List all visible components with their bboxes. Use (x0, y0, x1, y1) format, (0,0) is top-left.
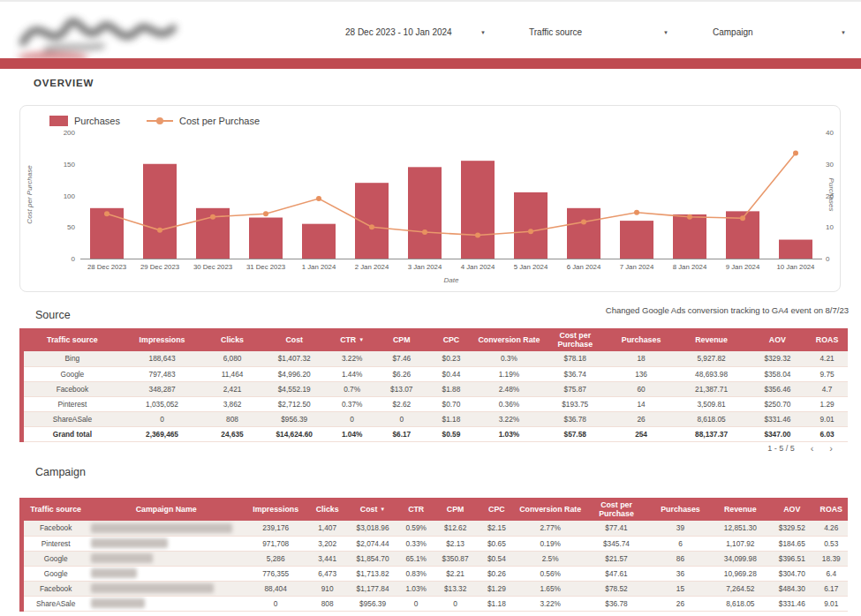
legend-item-purchases[interactable]: Purchases (49, 116, 120, 126)
table-row[interactable]: Facebook88,404910$1,177.841.03%$13.32$1.… (22, 581, 849, 596)
table-row[interactable]: Facebook348,2872,421$4,552.190.7%$13.07$… (22, 381, 849, 396)
column-header[interactable]: CTR▼ (328, 328, 377, 351)
cell: 3.22% (328, 351, 377, 366)
line-point[interactable] (316, 196, 321, 201)
cell: $350.87 (434, 551, 476, 566)
cell: 18 (608, 351, 675, 366)
table-row[interactable]: Bing188,6436,080$1,407.323.22%$7.46$0.23… (22, 351, 849, 366)
campaign-filter[interactable]: Campaign (713, 27, 753, 37)
table-row[interactable]: Facebook239,1761,407$3,018.960.59%$12.62… (22, 521, 849, 536)
table-row[interactable]: Google776,3556,473$1,713.820.83%$2.21$0.… (22, 566, 849, 581)
date-range-dropdown-icon[interactable]: ▼ (480, 30, 486, 35)
bar-purchases[interactable] (143, 164, 177, 259)
campaign-dropdown-icon[interactable]: ▼ (841, 30, 846, 35)
cell: 808 (306, 596, 348, 611)
column-header[interactable]: Conversion Rate (517, 498, 584, 521)
table-row[interactable]: Pinterest971,7083,202$2,074.440.33%$2.13… (22, 536, 849, 551)
grand-total-row[interactable]: Grand total2,369,46524,635$14,624.601.04… (22, 426, 849, 441)
cell: $2.21 (434, 566, 476, 581)
chart-plot-area[interactable] (80, 132, 822, 259)
bar-purchases[interactable] (302, 224, 336, 259)
line-point[interactable] (687, 214, 692, 220)
column-header[interactable]: Cost (261, 328, 328, 351)
cell: 0.59% (397, 521, 434, 536)
table-row[interactable]: ShareASale0808$956.3900$1.183.22%$36.782… (22, 596, 849, 611)
line-point[interactable] (210, 214, 215, 220)
column-header[interactable]: Revenue (712, 498, 769, 521)
bar-purchases[interactable] (461, 161, 495, 259)
traffic-source-filter[interactable]: Traffic source (529, 27, 582, 37)
table-row[interactable]: Pinterest1,035,0523,862$2,712.500.37%$2.… (22, 396, 849, 411)
column-header[interactable]: Clicks (306, 498, 348, 521)
cell: 808 (203, 411, 261, 426)
date-range-filter[interactable]: 28 Dec 2023 - 10 Jan 2024 (345, 27, 452, 37)
cell: 6,473 (306, 566, 348, 581)
table-row[interactable]: ShareASale0808$956.3900$1.183.22%$36.782… (22, 411, 849, 426)
cell: $0.44 (427, 366, 476, 381)
column-header[interactable]: Purchases (649, 498, 711, 521)
line-point[interactable] (369, 224, 374, 229)
column-header[interactable]: Impressions (121, 328, 204, 351)
column-header[interactable]: Traffic source (22, 328, 121, 351)
column-header[interactable]: CPC (427, 328, 476, 351)
column-header[interactable]: Revenue (674, 328, 748, 351)
table-row[interactable]: Google797,48311,464$4,996.201.44%$6.26$0… (22, 366, 849, 381)
cell: $4,996.20 (261, 366, 328, 381)
legend-item-cost-per-purchase[interactable]: Cost per Purchase (147, 116, 260, 126)
cell: $331.46 (769, 596, 814, 611)
bar-purchases[interactable] (779, 240, 812, 259)
line-point[interactable] (581, 220, 586, 225)
column-header[interactable]: ROAS (814, 498, 848, 521)
column-header[interactable]: Traffic source (22, 498, 88, 521)
bar-purchases[interactable] (249, 218, 283, 259)
line-point[interactable] (104, 211, 110, 216)
column-header[interactable]: Impressions (245, 498, 306, 521)
column-header[interactable]: AOV (749, 328, 806, 351)
traffic-source-dropdown-icon[interactable]: ▼ (663, 30, 668, 35)
prev-page-icon[interactable]: ‹ (811, 443, 814, 454)
table-row[interactable]: Google5,2863,441$1,854.7065.1%$350.87$0.… (22, 551, 849, 566)
cell: 8,618.05 (674, 411, 748, 426)
column-header[interactable]: Cost per Purchase (542, 328, 608, 351)
bar-purchases[interactable] (514, 192, 548, 259)
column-header[interactable]: CPM (377, 328, 427, 351)
line-point[interactable] (634, 210, 639, 215)
line-point[interactable] (157, 228, 162, 233)
column-header[interactable]: Purchases (608, 328, 675, 351)
cell: 8,618.05 (712, 596, 769, 611)
cell: $2.13 (434, 536, 476, 551)
column-header[interactable]: AOV (769, 498, 814, 521)
cell: 0 (121, 411, 204, 426)
column-header[interactable]: Clicks (203, 328, 261, 351)
x-tick-label: 29 Dec 2023 (133, 263, 186, 271)
bar-purchases[interactable] (620, 221, 653, 259)
cell: 0.36% (476, 396, 542, 411)
x-tick-label: 7 Jan 2024 (610, 263, 663, 271)
line-point[interactable] (740, 215, 745, 221)
x-tick-label: 1 Jan 2024 (292, 263, 345, 271)
line-point[interactable] (475, 233, 480, 238)
bar-purchases[interactable] (673, 214, 706, 259)
line-point[interactable] (528, 229, 533, 234)
column-header[interactable]: Campaign Name (87, 498, 245, 521)
column-header[interactable]: CTR (397, 498, 434, 521)
line-point[interactable] (422, 229, 427, 235)
next-page-icon[interactable]: › (829, 443, 833, 454)
column-header[interactable]: CPC (476, 498, 517, 521)
cell: $184.65 (769, 536, 814, 551)
column-header[interactable]: Cost▼ (348, 498, 397, 521)
cell: 4.7 (806, 381, 848, 396)
cell: 0 (434, 596, 476, 611)
column-header[interactable]: Cost per Purchase (584, 498, 650, 521)
line-point[interactable] (263, 211, 268, 216)
line-point[interactable] (793, 151, 798, 156)
column-header[interactable]: ROAS (806, 328, 848, 351)
cell: 1.03% (397, 581, 434, 596)
column-header[interactable]: Conversion Rate (476, 328, 542, 351)
x-tick-label: 2 Jan 2024 (345, 263, 398, 271)
bar-purchases[interactable] (408, 167, 442, 259)
cell: $1.29 (476, 581, 517, 596)
column-header[interactable]: CPM (434, 498, 476, 521)
cell: $484.30 (769, 581, 814, 596)
bar-purchases[interactable] (567, 208, 600, 259)
